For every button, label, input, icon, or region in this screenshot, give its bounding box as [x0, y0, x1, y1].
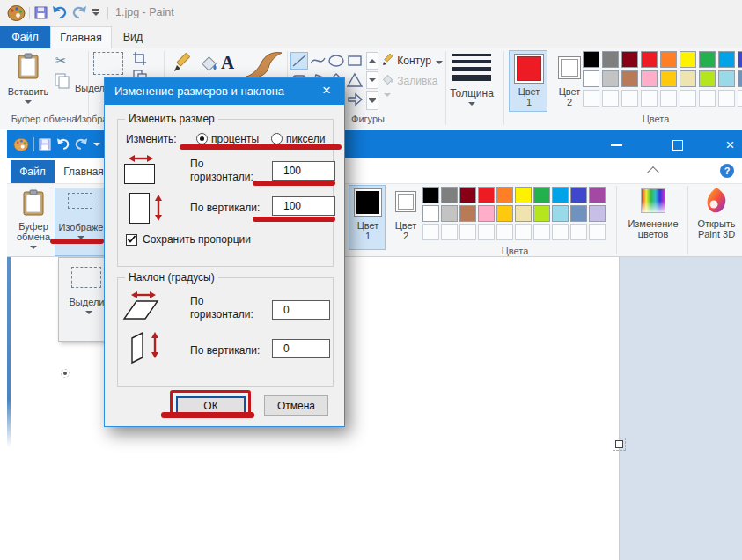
skew-horizontal-input[interactable] [272, 300, 330, 320]
inner-clipboard-label: Буфер [12, 221, 55, 232]
fill-dropdown[interactable]: Заливка [382, 74, 444, 90]
tab-view[interactable]: Вид [112, 26, 154, 48]
outer-palette-row3 [583, 90, 742, 107]
palette-swatch[interactable] [583, 90, 599, 107]
palette-swatch[interactable] [738, 70, 742, 87]
palette-swatch[interactable] [621, 70, 638, 87]
redo-icon[interactable] [71, 5, 87, 22]
shape-ellipse[interactable] [327, 52, 345, 70]
palette-swatch [478, 224, 495, 240]
annotation-underline-horizontal-input [253, 181, 335, 186]
palette-swatch[interactable] [738, 51, 742, 68]
shapes-scroll-up[interactable] [366, 52, 378, 70]
palette-swatch [459, 224, 476, 240]
inner-image-label: Изображе [55, 222, 107, 232]
palette-swatch[interactable] [699, 51, 716, 68]
palette-swatch[interactable] [641, 70, 658, 87]
pencil-icon[interactable] [173, 52, 194, 76]
shape-curve[interactable] [309, 52, 327, 70]
palette-swatch [589, 224, 606, 240]
palette-swatch [422, 205, 439, 222]
palette-swatch[interactable] [602, 51, 619, 68]
clipboard-icon [18, 53, 39, 82]
fill-bucket-icon[interactable] [199, 54, 220, 77]
annotation-underline-ok-button [161, 412, 254, 418]
palette-swatch[interactable] [660, 70, 677, 87]
undo-icon[interactable] [52, 5, 68, 22]
keep-aspect-label[interactable]: Сохранить пропорции [143, 233, 251, 247]
palette-swatch[interactable] [602, 90, 619, 107]
palette-swatch[interactable] [660, 51, 677, 68]
palette-swatch [589, 205, 606, 222]
palette-swatch[interactable] [641, 51, 658, 68]
outline-dropdown[interactable]: Контур [382, 54, 444, 70]
inner-collapse-ribbon-icon [647, 166, 659, 179]
shapes-expand[interactable] [366, 91, 378, 110]
inner-clipboard-button: Буфер обмена [12, 188, 55, 254]
vertical-resize-icon [129, 193, 150, 224]
qat-customize-icon[interactable] [92, 9, 99, 16]
resize-horizontal-input[interactable] [272, 161, 335, 181]
palette-swatch[interactable] [699, 90, 716, 107]
save-icon[interactable] [34, 6, 48, 22]
paste-button[interactable]: Вставить [5, 51, 51, 109]
skew-vertical-input[interactable] [272, 339, 330, 358]
palette-swatch[interactable] [621, 90, 638, 107]
radio-pixels[interactable] [271, 133, 283, 144]
palette-swatch [515, 224, 532, 240]
crop-icon[interactable] [132, 51, 148, 70]
cancel-button[interactable]: Отмена [264, 395, 328, 416]
palette-swatch[interactable] [680, 70, 696, 87]
palette-swatch[interactable] [621, 51, 638, 68]
palette-swatch[interactable] [718, 90, 735, 107]
inner-redo-icon [74, 137, 88, 153]
palette-swatch[interactable] [680, 90, 696, 107]
palette-swatch [441, 187, 458, 203]
annotation-underline-radios [180, 144, 342, 150]
palette-swatch[interactable] [660, 90, 677, 107]
inner-paint3d-button: Открыть Paint 3D [690, 185, 742, 254]
resize-skew-dialog: Изменение размеров и наклона × Изменить … [104, 77, 345, 427]
palette-swatch[interactable] [583, 51, 599, 68]
shape-rectangle[interactable] [346, 52, 364, 70]
palette-swatch[interactable] [680, 51, 696, 68]
copy-icon[interactable] [55, 73, 70, 92]
palette-swatch [496, 187, 513, 203]
inner-maximize-button [660, 131, 695, 158]
select-icon[interactable] [93, 52, 123, 75]
text-tool-icon[interactable]: А [221, 52, 234, 74]
inner-save-icon [39, 138, 51, 153]
tab-file[interactable]: Файл [0, 26, 50, 48]
palette-swatch[interactable] [718, 51, 735, 68]
horizontal-skew-icon [122, 299, 159, 323]
horizontal-resize-icon [124, 164, 155, 184]
radio-percent[interactable] [196, 133, 208, 144]
inner-canvas-surround [619, 257, 742, 560]
shape-arrow-right[interactable] [346, 91, 364, 108]
annotation-underline-image-button [50, 239, 104, 244]
cut-icon[interactable]: ✂ [55, 53, 67, 69]
inner-minimize-button [599, 131, 634, 158]
annotation-underline-vertical-input [253, 217, 335, 222]
palette-swatch[interactable] [718, 70, 735, 87]
dialog-close-button[interactable]: × [309, 78, 344, 105]
palette-swatch[interactable] [602, 70, 619, 87]
color1-button[interactable]: Цвет 1 [509, 50, 547, 112]
thickness-icon [452, 54, 491, 81]
palette-swatch[interactable] [641, 90, 658, 107]
keep-aspect-checkbox[interactable] [126, 234, 137, 246]
palette-swatch [570, 205, 587, 222]
palette-swatch[interactable] [699, 70, 716, 87]
shape-line[interactable] [290, 52, 308, 70]
shapes-scroll-down[interactable] [366, 71, 378, 89]
palette-swatch[interactable] [738, 90, 742, 107]
colors-group-label: Цвета [581, 114, 731, 124]
palette-swatch[interactable] [583, 70, 599, 87]
tab-home[interactable]: Главная [50, 26, 112, 48]
thickness-button[interactable]: Толщина [449, 51, 495, 111]
color2-button[interactable]: Цвет 2 [551, 50, 586, 112]
resize-vertical-input[interactable] [272, 196, 335, 216]
palette-swatch [441, 224, 458, 240]
palette-swatch [533, 205, 550, 222]
shape-triangle[interactable] [346, 71, 364, 89]
